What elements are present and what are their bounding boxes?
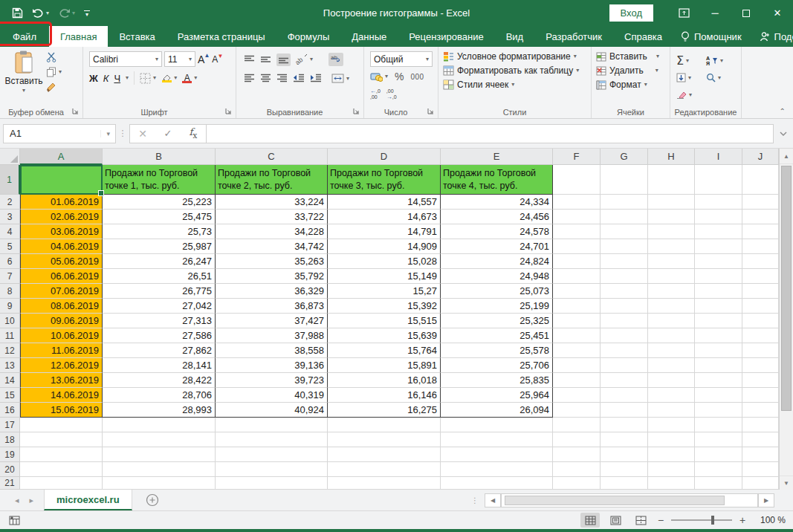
accounting-format-icon[interactable]: ▾ [370, 72, 388, 82]
cell-F21[interactable] [553, 477, 601, 490]
cell-G15[interactable] [601, 388, 648, 403]
ribbon-tab-1[interactable]: Главная [49, 26, 108, 47]
cell-C1[interactable]: Продажи по Торговой точке 2, тыс. руб. [216, 165, 328, 195]
accessibility-status-icon[interactable] [9, 515, 21, 525]
cell-J9[interactable] [742, 299, 779, 314]
cell-F4[interactable] [553, 224, 601, 239]
cell-G12[interactable] [601, 343, 648, 358]
cell-J21[interactable] [742, 477, 779, 490]
cell-J12[interactable] [742, 343, 779, 358]
cell-F7[interactable] [553, 269, 601, 284]
column-header-G[interactable]: G [601, 149, 648, 165]
cell-J19[interactable] [742, 447, 779, 462]
cell-D10[interactable]: 15,515 [328, 314, 441, 328]
increase-indent-icon[interactable] [310, 74, 322, 83]
horizontal-scroll-thumb[interactable] [505, 496, 725, 505]
cell-J18[interactable] [742, 432, 779, 447]
cell-G8[interactable] [601, 284, 648, 299]
cell-E9[interactable]: 25,199 [441, 299, 553, 314]
row-header-4[interactable]: 4 [0, 224, 20, 239]
cell-C11[interactable]: 37,988 [216, 328, 328, 343]
cell-C4[interactable]: 34,228 [216, 224, 328, 239]
cell-J7[interactable] [742, 269, 779, 284]
cell-E3[interactable]: 24,456 [441, 210, 553, 224]
add-sheet-button[interactable] [132, 490, 172, 510]
font-color-icon[interactable]: А ▾ [182, 74, 197, 83]
row-header-13[interactable]: 13 [0, 358, 20, 373]
cell-G10[interactable] [601, 314, 648, 328]
align-center-icon[interactable] [260, 74, 271, 83]
cell-E11[interactable]: 25,451 [441, 328, 553, 343]
find-select-button[interactable]: ▾ [706, 73, 736, 82]
cell-D18[interactable] [328, 432, 441, 447]
cell-C13[interactable]: 39,136 [216, 358, 328, 373]
decrease-font-icon[interactable]: А▼ [212, 54, 223, 65]
cell-G6[interactable] [601, 254, 648, 269]
cell-I9[interactable] [695, 299, 742, 314]
clear-button[interactable]: ▾ [676, 91, 706, 99]
cell-B7[interactable]: 26,51 [103, 269, 216, 284]
cell-I13[interactable] [695, 358, 742, 373]
cell-F14[interactable] [553, 373, 601, 388]
scroll-left-icon[interactable]: ◀ [485, 493, 501, 507]
orientation-icon[interactable]: ab ▾ [296, 54, 313, 65]
cell-G4[interactable] [601, 224, 648, 239]
align-middle-icon[interactable] [260, 55, 271, 65]
cell-H20[interactable] [648, 462, 695, 477]
cell-B4[interactable]: 25,73 [103, 224, 216, 239]
format-as-table-button[interactable]: Форматировать как таблицу▾ [443, 65, 579, 76]
cell-I17[interactable] [695, 418, 742, 432]
cell-D14[interactable]: 16,018 [328, 373, 441, 388]
column-header-I[interactable]: I [695, 149, 742, 165]
row-header-21[interactable]: 21 [0, 477, 20, 490]
enter-icon[interactable]: ✓ [155, 128, 181, 139]
cell-H17[interactable] [648, 418, 695, 432]
tab-file[interactable]: Файл [0, 26, 49, 47]
name-box[interactable]: A1 ▾ [3, 124, 116, 143]
cell-D1[interactable]: Продажи по Торговой точке 3, тыс. руб. [328, 165, 441, 195]
paste-button[interactable]: Вставить ▾ [6, 51, 42, 100]
column-header-F[interactable]: F [553, 149, 601, 165]
cell-I19[interactable] [695, 447, 742, 462]
cell-D16[interactable]: 16,275 [328, 403, 441, 418]
cell-E4[interactable]: 24,578 [441, 224, 553, 239]
sheetbar-resize-handle[interactable]: ⋮ [471, 490, 479, 510]
cell-A12[interactable]: 11.06.2019 [20, 343, 103, 358]
cell-I1[interactable] [695, 165, 742, 195]
cell-E17[interactable] [441, 418, 553, 432]
cell-C20[interactable] [216, 462, 328, 477]
cell-A9[interactable]: 08.06.2019 [20, 299, 103, 314]
cell-A18[interactable] [20, 432, 103, 447]
cell-B5[interactable]: 25,987 [103, 239, 216, 254]
cell-I4[interactable] [695, 224, 742, 239]
cell-G16[interactable] [601, 403, 648, 418]
cell-F3[interactable] [553, 210, 601, 224]
undo-dropdown-icon[interactable]: ▾ [46, 10, 49, 16]
cell-H5[interactable] [648, 239, 695, 254]
cell-A21[interactable] [20, 477, 103, 490]
cell-J3[interactable] [742, 210, 779, 224]
cell-B17[interactable] [103, 418, 216, 432]
cell-E5[interactable]: 24,701 [441, 239, 553, 254]
insert-function-icon[interactable]: fx [181, 126, 206, 140]
sheet-next-icon[interactable]: ▸ [30, 496, 34, 505]
cell-H10[interactable] [648, 314, 695, 328]
cell-F18[interactable] [553, 432, 601, 447]
formula-input[interactable] [207, 124, 774, 143]
cell-B12[interactable]: 27,862 [103, 343, 216, 358]
conditional-formatting-button[interactable]: Условное форматирование▾ [443, 51, 579, 62]
cell-A1[interactable] [20, 165, 103, 195]
cell-H18[interactable] [648, 432, 695, 447]
cell-F10[interactable] [553, 314, 601, 328]
cell-B10[interactable]: 27,313 [103, 314, 216, 328]
cut-icon[interactable] [46, 52, 62, 62]
cell-C9[interactable]: 36,873 [216, 299, 328, 314]
cell-H13[interactable] [648, 358, 695, 373]
cell-H3[interactable] [648, 210, 695, 224]
increase-font-icon[interactable]: А▲ [198, 53, 210, 65]
cell-C10[interactable]: 37,427 [216, 314, 328, 328]
cell-H9[interactable] [648, 299, 695, 314]
cell-A16[interactable]: 15.06.2019 [20, 403, 103, 418]
cell-A4[interactable]: 03.06.2019 [20, 224, 103, 239]
tab-assistant[interactable]: Помощник [673, 31, 749, 42]
